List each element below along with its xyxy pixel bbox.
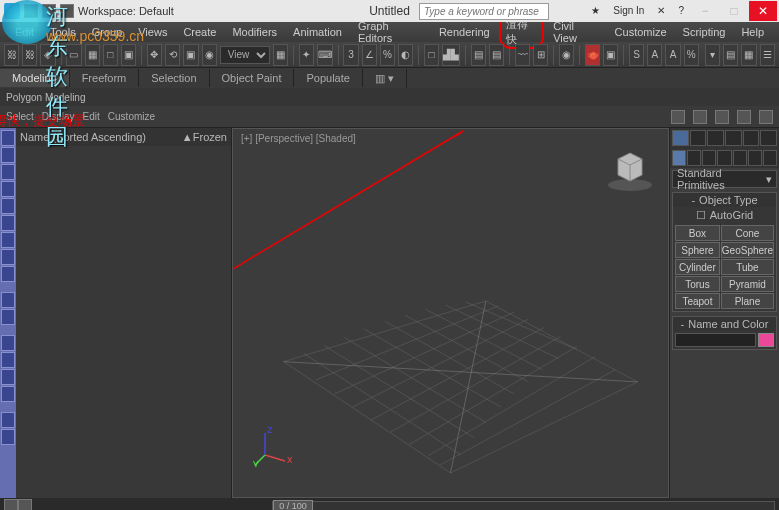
mirror-icon[interactable]: ▟▙ bbox=[442, 44, 460, 66]
filter-a-icon[interactable] bbox=[1, 335, 15, 351]
create-pyramid-button[interactable]: Pyramid bbox=[721, 276, 774, 292]
workspace-label[interactable]: Workspace: Default bbox=[78, 5, 174, 17]
layers-icon[interactable]: ▤ bbox=[489, 44, 504, 66]
percent-snap-icon[interactable]: % bbox=[380, 44, 395, 66]
tab-hierarchy-icon[interactable] bbox=[707, 130, 724, 146]
schematic-icon[interactable]: ⊞ bbox=[533, 44, 548, 66]
sub-icon-5[interactable] bbox=[759, 110, 773, 124]
create-plane-button[interactable]: Plane bbox=[721, 293, 774, 309]
minimize-button[interactable]: − bbox=[691, 1, 719, 21]
select-place-icon[interactable]: ◉ bbox=[202, 44, 217, 66]
spinner-snap-icon[interactable]: ◐ bbox=[398, 44, 413, 66]
named-sel-icon[interactable]: □ bbox=[424, 44, 439, 66]
sub-shapes-icon[interactable] bbox=[687, 150, 701, 166]
menu-civil-view[interactable]: Civil View bbox=[546, 18, 605, 46]
signin-button[interactable]: Sign In bbox=[607, 1, 650, 19]
menu-edit[interactable]: Edit bbox=[8, 24, 41, 40]
menu-help[interactable]: Help bbox=[734, 24, 771, 40]
tab-create-icon[interactable] bbox=[672, 130, 689, 146]
unlink-icon[interactable]: ⛓ bbox=[22, 44, 37, 66]
sub-helpers-icon[interactable] bbox=[733, 150, 747, 166]
create-tube-button[interactable]: Tube bbox=[721, 259, 774, 275]
create-geosphere-button[interactable]: GeoSphere bbox=[721, 242, 774, 258]
list-icon[interactable]: ☰ bbox=[760, 44, 775, 66]
snap-s-icon[interactable]: S bbox=[629, 44, 644, 66]
snap-a2-icon[interactable]: A bbox=[665, 44, 680, 66]
keyboard-icon[interactable]: ⌨ bbox=[317, 44, 333, 66]
filter-e-icon[interactable] bbox=[1, 412, 15, 428]
time-marker[interactable]: 0 / 100 bbox=[273, 500, 313, 510]
sub-systems-icon[interactable] bbox=[763, 150, 777, 166]
object-name-input[interactable] bbox=[675, 333, 756, 347]
select-rotate-icon[interactable]: ⟲ bbox=[165, 44, 180, 66]
ribbon-tab-selection[interactable]: Selection bbox=[139, 69, 209, 87]
qat-save-icon[interactable] bbox=[24, 4, 38, 18]
app-icon[interactable] bbox=[4, 3, 20, 19]
menu-customize[interactable]: Customize bbox=[608, 24, 674, 40]
viewcube[interactable] bbox=[604, 141, 656, 193]
render-setup-icon[interactable]: 🫖 bbox=[585, 44, 600, 66]
object-type-rollout[interactable]: -Object Type bbox=[673, 193, 776, 207]
search-input[interactable] bbox=[419, 3, 549, 20]
sub-customize[interactable]: Customize bbox=[108, 111, 155, 122]
lock-icon[interactable] bbox=[715, 110, 729, 124]
align-icon[interactable]: ▤ bbox=[471, 44, 486, 66]
ribbon-tab-modeling[interactable]: Modeling bbox=[0, 69, 70, 87]
tab-display-icon[interactable] bbox=[743, 130, 760, 146]
timeline-next-icon[interactable] bbox=[18, 499, 32, 510]
create-torus-button[interactable]: Torus bbox=[675, 276, 720, 292]
ribbon-tab-freeform[interactable]: Freeform bbox=[70, 69, 140, 87]
angle-snap-icon[interactable]: ∠ bbox=[362, 44, 377, 66]
timeline-prev-icon[interactable] bbox=[4, 499, 18, 510]
display-xrefs-icon[interactable] bbox=[1, 249, 15, 265]
sub-spacewarps-icon[interactable] bbox=[748, 150, 762, 166]
ribbon-min-icon[interactable]: ▾ bbox=[705, 44, 720, 66]
select-link-icon[interactable]: ⛓ bbox=[4, 44, 19, 66]
qat-redo-icon[interactable] bbox=[60, 4, 74, 18]
display-spacewarps-icon[interactable] bbox=[1, 215, 15, 231]
display-geometry-icon[interactable] bbox=[1, 130, 15, 146]
ribbon-tab-object-paint[interactable]: Object Paint bbox=[210, 69, 295, 87]
select-move-icon[interactable]: ✥ bbox=[147, 44, 162, 66]
select-name-icon[interactable]: ▦ bbox=[85, 44, 100, 66]
col-frozen[interactable]: Frozen bbox=[193, 131, 227, 143]
close-button[interactable]: ✕ bbox=[749, 1, 777, 21]
bind-icon[interactable]: ◈ bbox=[40, 44, 55, 66]
infocenter-icon[interactable]: ★ bbox=[585, 1, 606, 19]
display-cameras-icon[interactable] bbox=[1, 181, 15, 197]
time-slider[interactable]: 0 / 100 bbox=[272, 501, 775, 510]
grid-icon[interactable]: ▦ bbox=[741, 44, 756, 66]
layout-icon[interactable]: ▤ bbox=[723, 44, 738, 66]
menu-tools[interactable]: Tools bbox=[43, 24, 83, 40]
ribbon-more-icon[interactable]: ▥ ▾ bbox=[363, 69, 407, 88]
snap-a-icon[interactable]: A bbox=[647, 44, 662, 66]
tab-modify-icon[interactable] bbox=[690, 130, 707, 146]
menu-create[interactable]: Create bbox=[176, 24, 223, 40]
render-frame-icon[interactable]: ▣ bbox=[603, 44, 618, 66]
help-icon[interactable]: ? bbox=[672, 1, 690, 19]
select-icon[interactable]: ▭ bbox=[66, 44, 81, 66]
material-editor-icon[interactable]: ◉ bbox=[559, 44, 574, 66]
display-lights-icon[interactable] bbox=[1, 164, 15, 180]
create-cylinder-button[interactable]: Cylinder bbox=[675, 259, 720, 275]
select-scale-icon[interactable]: ▣ bbox=[183, 44, 198, 66]
menu-modifiers[interactable]: Modifiers bbox=[225, 24, 284, 40]
col-name[interactable]: Name (Sorted Ascending) bbox=[20, 131, 182, 143]
display-hidden-icon[interactable] bbox=[1, 292, 15, 308]
sub-icon-1[interactable] bbox=[671, 110, 685, 124]
menu-animation[interactable]: Animation bbox=[286, 24, 349, 40]
menu-graph-editors[interactable]: Graph Editors bbox=[351, 18, 430, 46]
pivot-icon[interactable]: ▦ bbox=[273, 44, 288, 66]
create-box-button[interactable]: Box bbox=[675, 225, 720, 241]
create-sphere-button[interactable]: Sphere bbox=[675, 242, 720, 258]
tab-utilities-icon[interactable] bbox=[760, 130, 777, 146]
display-groups-icon[interactable] bbox=[1, 232, 15, 248]
exchange-icon[interactable]: ✕ bbox=[651, 1, 671, 19]
select-rect-icon[interactable]: □ bbox=[103, 44, 118, 66]
viewport[interactable]: [+] [Perspective] [Shaded] bbox=[232, 128, 669, 498]
sub-cameras-icon[interactable] bbox=[717, 150, 731, 166]
maximize-button[interactable]: □ bbox=[720, 1, 748, 21]
display-bones-icon[interactable] bbox=[1, 266, 15, 282]
create-cone-button[interactable]: Cone bbox=[721, 225, 774, 241]
ref-coord-dropdown[interactable]: View bbox=[220, 46, 270, 64]
